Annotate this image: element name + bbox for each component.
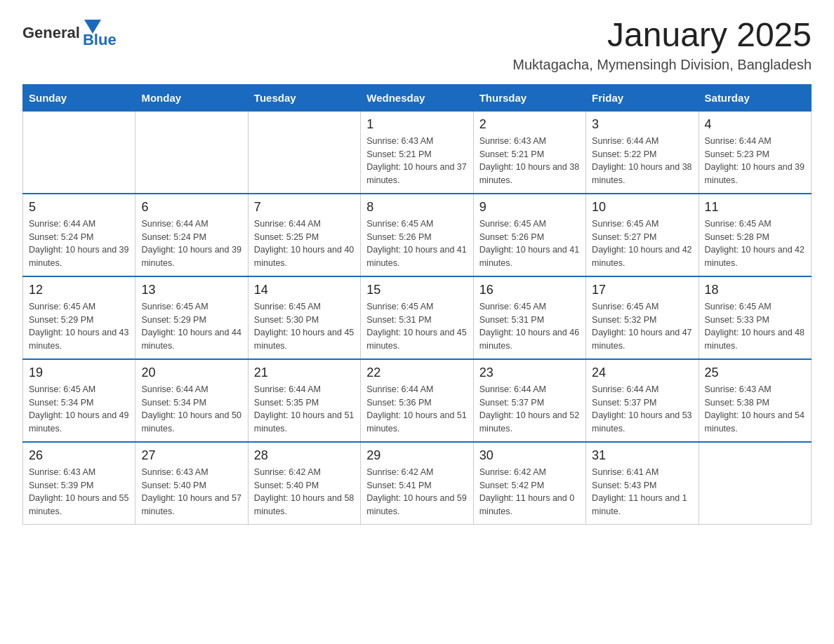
calendar-cell: 13Sunrise: 6:45 AM Sunset: 5:29 PM Dayli… xyxy=(135,276,248,359)
day-info: Sunrise: 6:43 AM Sunset: 5:21 PM Dayligh… xyxy=(366,135,467,187)
day-number: 26 xyxy=(29,448,129,463)
calendar-cell: 6Sunrise: 6:44 AM Sunset: 5:24 PM Daylig… xyxy=(135,194,248,276)
calendar-cell: 15Sunrise: 6:45 AM Sunset: 5:31 PM Dayli… xyxy=(361,276,473,359)
day-info: Sunrise: 6:45 AM Sunset: 5:29 PM Dayligh… xyxy=(29,300,129,353)
calendar-cell: 25Sunrise: 6:43 AM Sunset: 5:38 PM Dayli… xyxy=(699,359,811,442)
day-number: 1 xyxy=(366,117,467,132)
day-number: 2 xyxy=(479,117,580,132)
day-number: 14 xyxy=(254,283,355,297)
weekday-header-monday: Monday xyxy=(135,84,248,111)
day-info: Sunrise: 6:44 AM Sunset: 5:25 PM Dayligh… xyxy=(254,217,355,270)
day-number: 19 xyxy=(29,365,129,380)
weekday-header-friday: Friday xyxy=(586,84,699,111)
calendar-cell: 16Sunrise: 6:45 AM Sunset: 5:31 PM Dayli… xyxy=(473,276,585,359)
logo-blue-text: Blue xyxy=(83,31,117,49)
day-info: Sunrise: 6:45 AM Sunset: 5:34 PM Dayligh… xyxy=(29,383,129,436)
day-number: 21 xyxy=(254,365,355,380)
day-number: 27 xyxy=(141,448,241,463)
day-info: Sunrise: 6:45 AM Sunset: 5:28 PM Dayligh… xyxy=(705,217,805,270)
day-number: 10 xyxy=(592,200,692,215)
logo: General Blue xyxy=(22,17,117,49)
day-number: 20 xyxy=(141,365,241,380)
calendar-week-row: 19Sunrise: 6:45 AM Sunset: 5:34 PM Dayli… xyxy=(23,359,812,442)
calendar-week-row: 5Sunrise: 6:44 AM Sunset: 5:24 PM Daylig… xyxy=(23,194,812,276)
day-info: Sunrise: 6:45 AM Sunset: 5:27 PM Dayligh… xyxy=(592,217,692,270)
day-info: Sunrise: 6:43 AM Sunset: 5:38 PM Dayligh… xyxy=(705,383,805,436)
day-info: Sunrise: 6:45 AM Sunset: 5:26 PM Dayligh… xyxy=(366,217,467,270)
calendar-cell: 2Sunrise: 6:43 AM Sunset: 5:21 PM Daylig… xyxy=(473,111,585,194)
calendar-cell: 20Sunrise: 6:44 AM Sunset: 5:34 PM Dayli… xyxy=(135,359,248,442)
day-number: 17 xyxy=(592,283,692,297)
day-number: 5 xyxy=(29,200,129,215)
calendar-cell: 26Sunrise: 6:43 AM Sunset: 5:39 PM Dayli… xyxy=(23,442,135,525)
calendar-week-row: 26Sunrise: 6:43 AM Sunset: 5:39 PM Dayli… xyxy=(23,442,812,525)
day-info: Sunrise: 6:44 AM Sunset: 5:34 PM Dayligh… xyxy=(141,383,241,436)
calendar-cell: 5Sunrise: 6:44 AM Sunset: 5:24 PM Daylig… xyxy=(23,194,135,276)
page-title: January 2025 xyxy=(512,17,812,54)
day-info: Sunrise: 6:45 AM Sunset: 5:32 PM Dayligh… xyxy=(592,300,692,353)
day-number: 25 xyxy=(705,365,805,380)
calendar-cell: 14Sunrise: 6:45 AM Sunset: 5:30 PM Dayli… xyxy=(248,276,360,359)
day-info: Sunrise: 6:44 AM Sunset: 5:23 PM Dayligh… xyxy=(705,135,805,187)
day-number: 28 xyxy=(254,448,355,463)
day-info: Sunrise: 6:44 AM Sunset: 5:35 PM Dayligh… xyxy=(254,383,355,436)
day-info: Sunrise: 6:42 AM Sunset: 5:42 PM Dayligh… xyxy=(479,466,580,518)
day-number: 31 xyxy=(592,448,692,463)
day-number: 16 xyxy=(479,283,580,297)
day-info: Sunrise: 6:44 AM Sunset: 5:36 PM Dayligh… xyxy=(366,383,467,436)
title-section: January 2025 Muktagacha, Mymensingh Divi… xyxy=(512,17,812,73)
calendar-cell xyxy=(248,111,360,194)
calendar-cell: 18Sunrise: 6:45 AM Sunset: 5:33 PM Dayli… xyxy=(699,276,811,359)
day-number: 8 xyxy=(366,200,467,215)
day-info: Sunrise: 6:44 AM Sunset: 5:22 PM Dayligh… xyxy=(592,135,692,187)
day-info: Sunrise: 6:43 AM Sunset: 5:21 PM Dayligh… xyxy=(479,135,580,187)
day-number: 9 xyxy=(479,200,580,215)
logo-general-text: General xyxy=(22,24,80,42)
day-info: Sunrise: 6:43 AM Sunset: 5:39 PM Dayligh… xyxy=(29,466,129,518)
day-info: Sunrise: 6:44 AM Sunset: 5:37 PM Dayligh… xyxy=(592,383,692,436)
calendar-cell: 8Sunrise: 6:45 AM Sunset: 5:26 PM Daylig… xyxy=(361,194,473,276)
calendar-cell: 24Sunrise: 6:44 AM Sunset: 5:37 PM Dayli… xyxy=(586,359,699,442)
day-info: Sunrise: 6:45 AM Sunset: 5:31 PM Dayligh… xyxy=(366,300,467,353)
day-info: Sunrise: 6:45 AM Sunset: 5:33 PM Dayligh… xyxy=(705,300,805,353)
day-number: 15 xyxy=(366,283,467,297)
calendar-cell: 28Sunrise: 6:42 AM Sunset: 5:40 PM Dayli… xyxy=(248,442,360,525)
weekday-header-saturday: Saturday xyxy=(699,84,811,111)
day-info: Sunrise: 6:42 AM Sunset: 5:41 PM Dayligh… xyxy=(366,466,467,518)
calendar-header-row: SundayMondayTuesdayWednesdayThursdayFrid… xyxy=(23,84,812,111)
day-info: Sunrise: 6:44 AM Sunset: 5:24 PM Dayligh… xyxy=(141,217,241,270)
calendar-cell xyxy=(135,111,248,194)
calendar-cell: 10Sunrise: 6:45 AM Sunset: 5:27 PM Dayli… xyxy=(586,194,699,276)
calendar-cell: 21Sunrise: 6:44 AM Sunset: 5:35 PM Dayli… xyxy=(248,359,360,442)
day-number: 30 xyxy=(479,448,580,463)
day-number: 4 xyxy=(705,117,805,132)
day-number: 3 xyxy=(592,117,692,132)
day-info: Sunrise: 6:45 AM Sunset: 5:29 PM Dayligh… xyxy=(141,300,241,353)
day-number: 24 xyxy=(592,365,692,380)
calendar-cell: 12Sunrise: 6:45 AM Sunset: 5:29 PM Dayli… xyxy=(23,276,135,359)
page-subtitle: Muktagacha, Mymensingh Division, Banglad… xyxy=(512,57,812,73)
day-number: 11 xyxy=(705,200,805,215)
calendar-cell: 23Sunrise: 6:44 AM Sunset: 5:37 PM Dayli… xyxy=(473,359,585,442)
day-number: 23 xyxy=(479,365,580,380)
calendar-cell: 1Sunrise: 6:43 AM Sunset: 5:21 PM Daylig… xyxy=(361,111,473,194)
calendar-cell: 22Sunrise: 6:44 AM Sunset: 5:36 PM Dayli… xyxy=(361,359,473,442)
day-number: 7 xyxy=(254,200,355,215)
calendar-cell: 19Sunrise: 6:45 AM Sunset: 5:34 PM Dayli… xyxy=(23,359,135,442)
calendar-cell: 30Sunrise: 6:42 AM Sunset: 5:42 PM Dayli… xyxy=(473,442,585,525)
calendar-cell xyxy=(23,111,135,194)
weekday-header-tuesday: Tuesday xyxy=(248,84,360,111)
calendar-week-row: 12Sunrise: 6:45 AM Sunset: 5:29 PM Dayli… xyxy=(23,276,812,359)
calendar-cell: 7Sunrise: 6:44 AM Sunset: 5:25 PM Daylig… xyxy=(248,194,360,276)
calendar-cell: 27Sunrise: 6:43 AM Sunset: 5:40 PM Dayli… xyxy=(135,442,248,525)
day-number: 6 xyxy=(141,200,241,215)
calendar-cell xyxy=(699,442,811,525)
calendar-cell: 17Sunrise: 6:45 AM Sunset: 5:32 PM Dayli… xyxy=(586,276,699,359)
calendar-cell: 31Sunrise: 6:41 AM Sunset: 5:43 PM Dayli… xyxy=(586,442,699,525)
calendar-cell: 9Sunrise: 6:45 AM Sunset: 5:26 PM Daylig… xyxy=(473,194,585,276)
day-info: Sunrise: 6:44 AM Sunset: 5:24 PM Dayligh… xyxy=(29,217,129,270)
day-info: Sunrise: 6:44 AM Sunset: 5:37 PM Dayligh… xyxy=(479,383,580,436)
day-info: Sunrise: 6:45 AM Sunset: 5:31 PM Dayligh… xyxy=(479,300,580,353)
day-info: Sunrise: 6:45 AM Sunset: 5:26 PM Dayligh… xyxy=(479,217,580,270)
day-info: Sunrise: 6:42 AM Sunset: 5:40 PM Dayligh… xyxy=(254,466,355,518)
